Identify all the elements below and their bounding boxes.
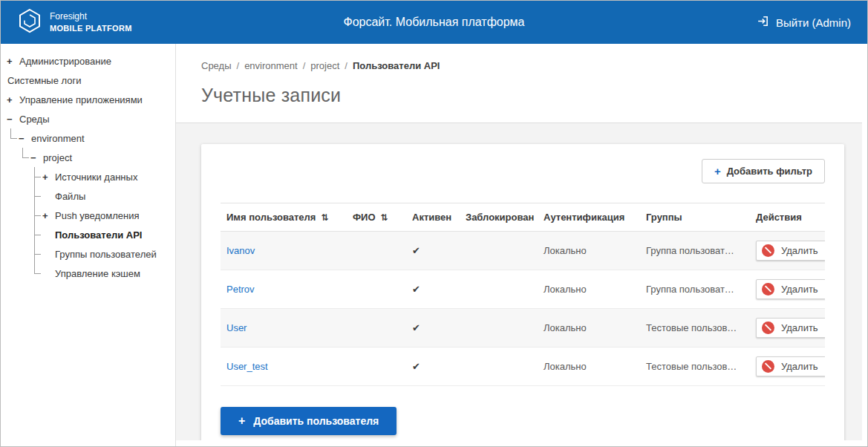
- sort-icon[interactable]: [321, 212, 328, 223]
- cell-fio: [347, 270, 406, 309]
- tree-connector: [30, 264, 42, 283]
- logo: Foresight MOBILE PLATFORM: [17, 8, 132, 36]
- column-header-groups: Группы: [640, 203, 750, 232]
- user-link[interactable]: Ivanov: [226, 245, 255, 256]
- sidebar-item-project[interactable]: − project: [1, 148, 175, 167]
- main-area: Среды environment project Пользователи A…: [176, 44, 867, 446]
- cell-auth: Локально: [538, 270, 640, 309]
- breadcrumb-item-project[interactable]: project: [298, 60, 340, 71]
- sidebar-item-user-groups[interactable]: Группы пользователей: [1, 244, 175, 264]
- page: Foresight MOBILE PLATFORM Форсайт. Мобил…: [0, 0, 868, 447]
- delete-button[interactable]: Удалить: [756, 241, 825, 261]
- tree-connector: [30, 167, 42, 186]
- check-icon: ✔: [412, 245, 420, 256]
- column-header-active: Активен: [406, 203, 460, 232]
- sidebar-item-administration[interactable]: + Администрирование: [1, 51, 175, 71]
- table-row: User ✔ Локально Тестовые пользов… Удалит…: [221, 309, 825, 348]
- breadcrumb-item-environment[interactable]: environment: [232, 60, 298, 71]
- logo-line2: MOBILE PLATFORM: [50, 23, 132, 33]
- sort-icon[interactable]: [381, 212, 388, 223]
- tree-indent: [19, 244, 30, 264]
- workspace: Добавить фильтр Имя пользователя: [176, 123, 862, 440]
- column-header-fio[interactable]: ФИО: [347, 203, 406, 232]
- collapse-icon: −: [19, 133, 30, 144]
- cell-groups: Тестовые пользов…: [640, 348, 750, 386]
- collapse-icon: −: [30, 152, 42, 163]
- user-link[interactable]: User_test: [226, 361, 268, 372]
- app-header: Foresight MOBILE PLATFORM Форсайт. Мобил…: [1, 1, 867, 44]
- cell-blocked: [460, 348, 538, 386]
- sidebar-item-label: Управление приложениями: [19, 94, 143, 105]
- sidebar-item-push-notifications[interactable]: + Push уведомления: [1, 206, 175, 225]
- plus-icon: [238, 414, 245, 428]
- sidebar-item-label: Источники данных: [54, 172, 137, 183]
- plus-icon: [714, 165, 721, 177]
- tree-indent: [19, 225, 30, 244]
- sidebar-item-system-logs[interactable]: Системные логи: [1, 71, 175, 90]
- tree-indent: [7, 225, 19, 244]
- sidebar-item-label: Среды: [19, 114, 50, 125]
- sidebar-item-label: Файлы: [54, 191, 85, 202]
- cell-username: Ivanov: [221, 232, 347, 270]
- check-icon: ✔: [412, 284, 420, 295]
- sidebar-item-label: Системные логи: [7, 75, 81, 86]
- page-title: Учетные записи: [201, 85, 846, 106]
- tree-indent: [19, 206, 30, 225]
- no-entry-icon: [762, 360, 774, 373]
- tree-connector: [30, 186, 42, 206]
- cell-active: ✔: [406, 348, 460, 386]
- tree-connector: [19, 148, 30, 167]
- cell-active: ✔: [406, 309, 460, 348]
- logout-label: Выйти (Admin): [776, 16, 851, 29]
- column-header-label: ФИО: [353, 212, 376, 223]
- logout-button[interactable]: Выйти (Admin): [757, 15, 851, 30]
- sidebar: + Администрирование Системные логи + Упр…: [1, 44, 176, 446]
- sidebar-item-label: project: [42, 152, 72, 163]
- sidebar-item-environment[interactable]: − environment: [1, 128, 175, 148]
- user-link[interactable]: Petrov: [226, 284, 255, 295]
- cell-actions: Удалить: [750, 309, 825, 348]
- cell-actions: Удалить: [750, 348, 825, 386]
- sidebar-item-files[interactable]: Файлы: [1, 186, 175, 206]
- add-filter-button[interactable]: Добавить фильтр: [702, 159, 825, 183]
- add-user-button[interactable]: Добавить пользователя: [221, 407, 397, 435]
- content: + Администрирование Системные логи + Упр…: [1, 44, 867, 446]
- cell-auth: Локально: [538, 348, 640, 386]
- cell-actions: Удалить: [750, 270, 825, 309]
- no-entry-icon: [762, 244, 774, 257]
- column-header-blocked: Заблокирован: [460, 203, 538, 232]
- add-user-label: Добавить пользователя: [253, 415, 379, 427]
- sidebar-item-data-sources[interactable]: + Источники данных: [1, 167, 175, 186]
- delete-button[interactable]: Удалить: [756, 279, 825, 299]
- sidebar-item-api-users[interactable]: Пользователи API: [1, 225, 175, 244]
- sidebar-item-label: Пользователи API: [54, 229, 142, 241]
- tree-connector: [7, 128, 19, 148]
- sidebar-item-label: Группы пользователей: [54, 249, 157, 260]
- cell-blocked: [460, 232, 538, 270]
- sidebar-item-cache-management[interactable]: Управление кэшем: [1, 264, 175, 283]
- tree-connector: [30, 206, 42, 225]
- cell-active: ✔: [406, 232, 460, 270]
- table-row: Petrov ✔ Локально Группа пользоват… Удал…: [221, 270, 825, 309]
- delete-button[interactable]: Удалить: [756, 356, 825, 376]
- no-entry-icon: [762, 283, 774, 296]
- table-row: Ivanov ✔ Локально Группа пользоват… Удал…: [221, 232, 825, 270]
- delete-label: Удалить: [781, 322, 818, 333]
- user-link[interactable]: User: [226, 322, 247, 333]
- sidebar-item-environments[interactable]: − Среды: [1, 109, 175, 128]
- expand-icon: +: [7, 94, 19, 105]
- cell-actions: Удалить: [750, 232, 825, 270]
- tree-indent: [7, 206, 19, 225]
- breadcrumb-item-environments[interactable]: Среды: [201, 60, 232, 71]
- tree-connector: [30, 225, 42, 244]
- delete-label: Удалить: [781, 245, 818, 256]
- delete-button[interactable]: Удалить: [756, 318, 825, 338]
- table-header-row: Имя пользователя ФИО Активен Заблокирова…: [221, 203, 825, 232]
- cell-fio: [347, 348, 406, 386]
- sidebar-item-app-management[interactable]: + Управление приложениями: [1, 90, 175, 109]
- cell-active: ✔: [406, 270, 460, 309]
- breadcrumb: Среды environment project Пользователи A…: [201, 60, 846, 71]
- logo-text: Foresight MOBILE PLATFORM: [50, 11, 132, 33]
- column-header-label: Имя пользователя: [226, 212, 316, 223]
- column-header-username[interactable]: Имя пользователя: [221, 203, 347, 232]
